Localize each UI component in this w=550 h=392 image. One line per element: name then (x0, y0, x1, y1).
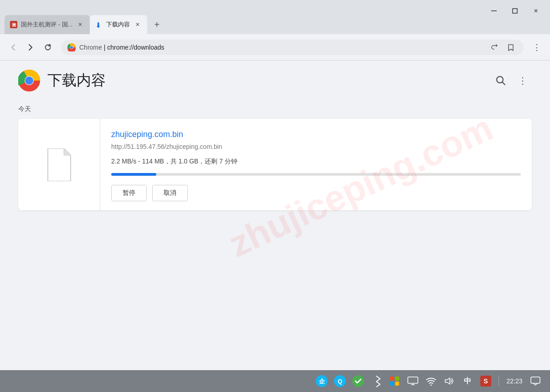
minimize-button[interactable] (483, 4, 504, 18)
taskbar: 企 Q 中 S 22:23 (0, 370, 550, 392)
svg-text:S: S (483, 377, 488, 385)
pause-button[interactable]: 暂停 (111, 185, 147, 201)
tab-active-label: 下载内容 (106, 20, 130, 29)
tab-inactive-close[interactable]: ✕ (76, 20, 84, 29)
tab-active-favicon: ⬇ (95, 21, 103, 28)
chrome-logo (18, 70, 40, 92)
tabs-area: 测 国外主机测评 - 国... ✕ ⬇ 下载内容 ✕ + (0, 0, 483, 34)
share-button[interactable] (488, 41, 501, 54)
bookmark-button[interactable] (504, 41, 517, 54)
download-card: zhujiceping.com.bin http://51.195.47.56/… (18, 119, 532, 210)
section-today-label: 今天 (18, 105, 532, 113)
taskbar-bluetooth-icon[interactable] (369, 374, 384, 388)
maximize-button[interactable] (504, 4, 525, 18)
svg-rect-19 (395, 377, 399, 381)
svg-rect-18 (390, 377, 394, 381)
svg-point-25 (431, 385, 432, 386)
svg-text:Q: Q (338, 378, 342, 385)
taskbar-wifi-icon[interactable] (424, 374, 438, 388)
cancel-button[interactable]: 取消 (152, 185, 188, 201)
taskbar-sohu-icon[interactable]: S (478, 374, 493, 388)
address-bar-row: Chrome | chrome://downloads ⋮ (0, 34, 550, 61)
close-button[interactable]: ✕ (525, 4, 546, 18)
tab-active[interactable]: ⬇ 下载内容 ✕ (90, 15, 147, 34)
reload-button[interactable] (40, 40, 56, 55)
svg-rect-3 (513, 9, 517, 13)
back-button[interactable] (5, 40, 21, 55)
forward-button[interactable] (23, 40, 38, 55)
chrome-menu-button[interactable]: ⋮ (529, 40, 545, 55)
downloads-title-area: 下载内容 (18, 70, 106, 92)
taskbar-qq1-icon[interactable]: 企 (314, 374, 329, 388)
taskbar-volume-icon[interactable] (442, 374, 457, 388)
address-url: chrome://downloads (107, 44, 164, 51)
downloads-header: 下载内容 ⋮ (18, 70, 532, 92)
progress-bar (111, 173, 521, 176)
svg-point-9 (25, 76, 33, 85)
tab-inactive-favicon: 测 (10, 21, 17, 28)
svg-point-6 (70, 46, 73, 49)
svg-rect-2 (491, 10, 497, 11)
window-controls: ✕ (483, 0, 550, 18)
svg-rect-21 (395, 382, 399, 386)
svg-line-11 (503, 82, 505, 85)
svg-rect-22 (408, 377, 418, 383)
file-icon (46, 148, 73, 181)
title-bar: 测 国外主机测评 - 国... ✕ ⬇ 下载内容 ✕ + ✕ (0, 0, 550, 34)
taskbar-monitor-icon[interactable] (406, 374, 420, 388)
taskbar-separator (499, 377, 499, 386)
svg-marker-26 (445, 378, 450, 384)
more-options-button[interactable]: ⋮ (514, 71, 532, 90)
new-tab-button[interactable]: + (149, 17, 164, 32)
tab-active-close[interactable]: ✕ (134, 20, 142, 29)
search-button[interactable] (492, 71, 510, 90)
download-icon-area (18, 119, 100, 210)
download-buttons: 暂停 取消 (111, 185, 521, 201)
taskbar-check-icon[interactable] (351, 374, 365, 388)
page-title: 下载内容 (47, 71, 106, 91)
svg-text:企: 企 (319, 378, 325, 385)
tab-inactive-label: 国外主机测评 - 国... (21, 20, 72, 29)
svg-point-16 (352, 375, 364, 387)
taskbar-fluent-icon[interactable] (387, 374, 402, 388)
download-info: zhujiceping.com.bin http://51.195.47.56/… (100, 119, 532, 210)
download-filename[interactable]: zhujiceping.com.bin (111, 130, 521, 139)
page-content: zhujiceping.com 下载内容 ⋮ 今天 (0, 61, 550, 370)
address-input[interactable]: Chrome | chrome://downloads (61, 40, 524, 55)
tab-inactive[interactable]: 测 国外主机测评 - 国... ✕ (5, 15, 90, 34)
taskbar-time: 22:23 (504, 377, 524, 385)
downloads-actions: ⋮ (492, 71, 532, 90)
progress-bar-fill (111, 173, 156, 176)
taskbar-qq2-icon[interactable]: Q (333, 374, 347, 388)
download-speed: 2.2 MB/s - 114 MB，共 1.0 GB，还剩 7 分钟 (111, 158, 521, 166)
chrome-icon-address (67, 43, 76, 51)
svg-text:测: 测 (12, 23, 16, 27)
svg-rect-29 (531, 377, 540, 383)
address-brand: Chrome (79, 44, 102, 51)
svg-rect-20 (390, 382, 394, 386)
address-text: Chrome | chrome://downloads (79, 44, 484, 51)
taskbar-chat-icon[interactable] (528, 374, 543, 388)
download-url: http://51.195.47.56/zhujiceping.com.bin (111, 143, 521, 150)
taskbar-input-method-icon[interactable]: 中 (460, 374, 475, 388)
